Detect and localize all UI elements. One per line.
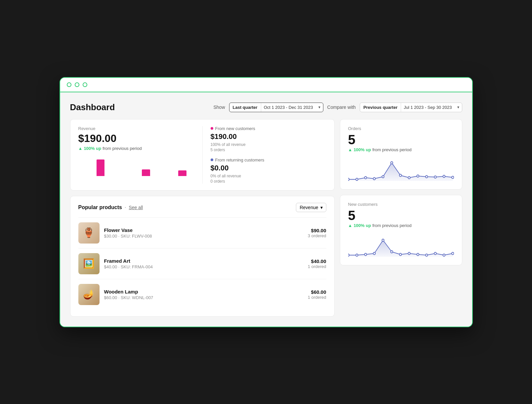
product-sub: $30.00 · SKU: FLWV-008	[104, 234, 303, 239]
svg-point-13	[451, 176, 454, 178]
svg-point-27	[451, 252, 454, 254]
svg-point-23	[417, 253, 419, 255]
orders-up-arrow: ▲	[348, 147, 352, 152]
product-revenue: $60.00	[308, 289, 326, 295]
svg-point-19	[382, 239, 384, 241]
svg-point-18	[373, 252, 375, 254]
new-customer-dot	[211, 127, 213, 130]
revenue-bar	[178, 170, 186, 176]
orders-change: ▲ 100% up from previous period	[348, 147, 454, 152]
new-customers-change-suffix: from previous period	[372, 223, 412, 228]
product-sub: $60.00 · SKU: WDNL-007	[104, 295, 303, 300]
from-returning-sub1: 0% of all revenue	[211, 174, 326, 178]
compare-chevron: ▾	[455, 103, 462, 112]
dashboard-content: Dashboard Show Last quarter Oct 1 2023 -…	[60, 92, 472, 327]
svg-point-24	[425, 254, 428, 256]
svg-point-25	[434, 252, 436, 254]
from-new-sub1: 100% of all revenue	[211, 142, 326, 147]
from-returning-label: From returning customers	[211, 157, 326, 162]
product-stats: $40.00 1 ordered	[308, 258, 326, 269]
revenue-label: Revenue	[78, 126, 196, 131]
new-customers-chart	[348, 232, 454, 258]
svg-point-26	[443, 254, 445, 256]
product-revenue: $90.00	[308, 228, 326, 233]
sort-select[interactable]: Revenue ▾	[296, 203, 326, 212]
header-controls: Show Last quarter Oct 1 2023 - Dec 31 20…	[213, 103, 462, 112]
compare-dates: Jul 1 2023 - Sep 30 2023	[401, 103, 454, 112]
new-customers-up-arrow: ▲	[348, 223, 352, 228]
svg-point-5	[382, 175, 384, 178]
product-name: Flower Vase	[104, 227, 303, 233]
from-new-label: From new customers	[211, 126, 326, 131]
svg-point-15	[348, 254, 349, 256]
svg-point-3	[364, 176, 367, 179]
product-name: Wooden Lamp	[104, 289, 303, 294]
orders-chart	[348, 156, 454, 183]
product-orders: 3 ordered	[308, 233, 326, 238]
popular-header: Popular products · See all Revenue ▾	[78, 203, 326, 212]
svg-point-10	[425, 175, 428, 178]
traffic-light-3[interactable]	[83, 82, 87, 87]
see-all-link[interactable]: See all	[129, 205, 143, 210]
product-stats: $60.00 1 ordered	[308, 289, 326, 300]
revenue-bar	[97, 159, 105, 176]
right-column: Orders 5 ▲ 100% up from previous period	[340, 119, 462, 317]
popular-title-group: Popular products · See all	[78, 204, 143, 210]
orders-line-chart	[348, 156, 454, 183]
product-row[interactable]: 🖼️ Framed Art $40.00 · SKU: FRMA-004 $40…	[78, 248, 326, 279]
product-image: 🖼️	[78, 253, 100, 274]
revenue-card: Revenue $190.00 ▲ 100% up from previous …	[70, 119, 335, 191]
dashboard-header: Dashboard Show Last quarter Oct 1 2023 -…	[70, 102, 462, 112]
product-row[interactable]: 🪔 Wooden Lamp $60.00 · SKU: WDNL-007 $60…	[78, 279, 326, 310]
main-grid: Revenue $190.00 ▲ 100% up from previous …	[70, 119, 462, 317]
product-stats: $90.00 3 ordered	[308, 228, 326, 238]
sort-label: Revenue	[300, 205, 318, 210]
from-returning-sub2: 0 orders	[211, 179, 326, 184]
revenue-value: $190.00	[78, 132, 196, 145]
period-selector[interactable]: Last quarter Oct 1 2023 - Dec 31 2023 ▾	[229, 103, 323, 112]
new-customers-change: ▲ 100% up from previous period	[348, 223, 454, 228]
popular-title: Popular products	[78, 204, 122, 210]
svg-point-11	[434, 176, 436, 178]
product-info: Wooden Lamp $60.00 · SKU: WDNL-007	[104, 289, 303, 300]
revenue-change-suffix: from previous period	[102, 146, 142, 151]
svg-point-6	[390, 161, 393, 164]
from-new-value: $190.00	[211, 132, 326, 141]
sort-chevron: ▾	[320, 205, 323, 210]
browser-window: Dashboard Show Last quarter Oct 1 2023 -…	[60, 77, 473, 327]
product-row[interactable]: 🏺 Flower Vase $30.00 · SKU: FLWV-008 $90…	[78, 217, 326, 248]
traffic-light-2[interactable]	[75, 82, 79, 87]
svg-point-22	[408, 252, 410, 254]
new-customers-card: New customers 5 ▲ 100% up from previous …	[340, 195, 462, 265]
popular-products-card: Popular products · See all Revenue ▾ 🏺 F…	[70, 196, 335, 317]
new-customers-value: 5	[348, 208, 454, 223]
new-customers-line-chart	[348, 232, 454, 258]
orders-label: Orders	[348, 126, 454, 131]
revenue-bar	[142, 169, 150, 176]
product-orders: 1 ordered	[308, 264, 326, 269]
left-column: Revenue $190.00 ▲ 100% up from previous …	[70, 119, 335, 317]
svg-point-20	[390, 250, 393, 253]
revenue-bar-chart	[78, 156, 196, 179]
product-name: Framed Art	[104, 258, 303, 264]
product-info: Framed Art $40.00 · SKU: FRMA-004	[104, 258, 303, 269]
revenue-right: From new customers $190.00 100% of all r…	[202, 126, 326, 184]
returning-customer-dot	[211, 158, 213, 161]
svg-point-16	[356, 254, 358, 256]
from-new-customers: From new customers $190.00 100% of all r…	[211, 126, 326, 152]
orders-value: 5	[348, 132, 454, 147]
compare-label: Compare with	[327, 105, 356, 110]
orders-up-text: 100% up	[353, 147, 371, 152]
product-revenue: $40.00	[308, 258, 326, 264]
svg-point-7	[399, 174, 401, 176]
svg-point-21	[399, 253, 401, 255]
product-orders: 1 ordered	[308, 295, 326, 300]
compare-selector[interactable]: Previous quarter Jul 1 2023 - Sep 30 202…	[360, 103, 462, 112]
period-name: Last quarter	[229, 103, 261, 112]
traffic-light-1[interactable]	[67, 82, 71, 87]
new-customers-up-text: 100% up	[353, 223, 371, 228]
revenue-left: Revenue $190.00 ▲ 100% up from previous …	[78, 126, 202, 184]
new-customers-label: New customers	[348, 202, 454, 207]
svg-point-17	[364, 253, 367, 255]
period-chevron: ▾	[316, 103, 323, 112]
